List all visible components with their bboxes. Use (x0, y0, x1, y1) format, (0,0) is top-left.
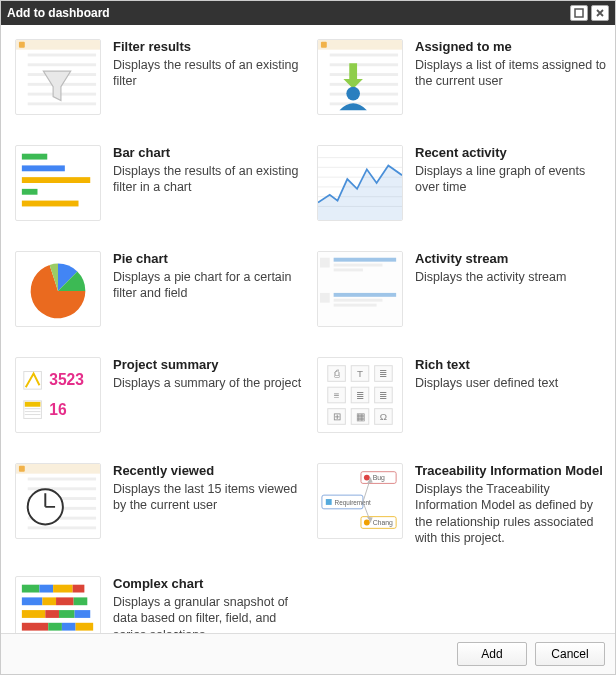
gadget-description: Displays a line graph of events over tim… (415, 163, 609, 196)
gadget-description: Displays the Traceability Information Mo… (415, 481, 609, 546)
gadget-name: Assigned to me (415, 39, 609, 54)
svg-point-17 (346, 87, 360, 101)
assigned-icon (317, 39, 403, 115)
gadget-pie-chart[interactable]: Pie chartDisplays a pie chart for a cert… (15, 251, 307, 327)
svg-point-83 (364, 520, 370, 526)
gadget-name: Rich text (415, 357, 609, 372)
gadget-text: Rich textDisplays user defined text (415, 357, 609, 433)
gadget-text: Recently viewedDisplays the last 15 item… (113, 463, 307, 546)
svg-rect-96 (45, 610, 59, 618)
svg-text:≡: ≡ (334, 390, 340, 401)
add-button[interactable]: Add (457, 642, 527, 666)
svg-rect-11 (330, 54, 398, 57)
svg-rect-95 (22, 610, 45, 618)
svg-rect-89 (53, 585, 73, 593)
svg-rect-3 (28, 54, 96, 57)
gadget-bar-chart[interactable]: Bar chartDisplays the results of an exis… (15, 145, 307, 221)
gadget-project-summary[interactable]: 352316Project summaryDisplays a summary … (15, 357, 307, 433)
gadget-activity-stream[interactable]: Activity streamDisplays the activity str… (317, 251, 609, 327)
modal-title: Add to dashboard (7, 6, 567, 20)
svg-rect-10 (321, 42, 327, 48)
svg-rect-2 (19, 42, 25, 48)
project-summary-icon: 352316 (15, 357, 101, 433)
svg-rect-12 (330, 63, 398, 66)
svg-text:Bug: Bug (373, 474, 385, 482)
svg-rect-4 (28, 63, 96, 66)
svg-rect-31 (320, 258, 330, 268)
svg-rect-9 (318, 40, 402, 50)
svg-rect-35 (320, 293, 330, 303)
gadget-name: Recently viewed (113, 463, 307, 478)
svg-rect-91 (22, 597, 43, 605)
gadget-name: Recent activity (415, 145, 609, 160)
gadget-traceability[interactable]: BugRequirementChangTraceability Informat… (317, 463, 609, 546)
svg-rect-88 (39, 585, 53, 593)
close-icon (595, 8, 605, 18)
svg-point-77 (364, 475, 370, 481)
svg-rect-67 (28, 478, 96, 481)
svg-text:▦: ▦ (356, 411, 365, 422)
svg-rect-101 (62, 623, 76, 631)
svg-rect-14 (330, 83, 398, 86)
line-chart-icon (317, 145, 403, 221)
svg-rect-94 (74, 597, 88, 605)
rich-text-icon: ⎙T≣≡≣≣⊞▦Ω (317, 357, 403, 433)
svg-rect-21 (22, 189, 38, 195)
svg-rect-18 (22, 154, 47, 160)
svg-rect-34 (334, 268, 363, 271)
gadget-description: Displays a summary of the project (113, 375, 307, 391)
svg-rect-36 (334, 293, 397, 297)
svg-rect-99 (22, 623, 48, 631)
svg-rect-100 (48, 623, 62, 631)
maximize-button[interactable] (570, 5, 588, 21)
gadget-name: Project summary (113, 357, 307, 372)
svg-rect-16 (330, 102, 398, 105)
maximize-icon (574, 8, 584, 18)
close-button[interactable] (591, 5, 609, 21)
gadget-name: Traceability Information Model (415, 463, 609, 478)
svg-rect-65 (16, 464, 100, 474)
traceability-icon: BugRequirementChang (317, 463, 403, 539)
gadget-description: Displays the results of an existing filt… (113, 57, 307, 90)
gadget-text: Filter resultsDisplays the results of an… (113, 39, 307, 115)
gadget-description: Displays the last 15 items viewed by the… (113, 481, 307, 514)
svg-rect-93 (56, 597, 74, 605)
gadget-text: Recent activityDisplays a line graph of … (415, 145, 609, 221)
svg-text:16: 16 (49, 401, 67, 418)
gadget-name: Filter results (113, 39, 307, 54)
gadget-assigned[interactable]: Assigned to meDisplays a list of items a… (317, 39, 609, 115)
svg-rect-33 (334, 264, 383, 267)
svg-rect-80 (326, 499, 332, 505)
svg-rect-8 (28, 102, 96, 105)
gadget-clock[interactable]: Recently viewedDisplays the last 15 item… (15, 463, 307, 546)
gadget-text: Pie chartDisplays a pie chart for a cert… (113, 251, 307, 327)
gadget-line-chart[interactable]: Recent activityDisplays a line graph of … (317, 145, 609, 221)
svg-rect-98 (75, 610, 91, 618)
svg-rect-32 (334, 258, 397, 262)
svg-rect-0 (575, 9, 583, 17)
svg-text:Ω: Ω (380, 411, 387, 422)
gadget-list-scroll[interactable]: Filter resultsDisplays the results of an… (1, 25, 615, 633)
modal-footer: Add Cancel (1, 633, 615, 674)
svg-rect-37 (334, 299, 383, 302)
cancel-button[interactable]: Cancel (535, 642, 605, 666)
gadget-text: Bar chartDisplays the results of an exis… (113, 145, 307, 221)
gadget-rich-text[interactable]: ⎙T≣≡≣≣⊞▦ΩRich textDisplays user defined … (317, 357, 609, 433)
gadget-complex-chart[interactable]: Complex chartDisplays a granular snapsho… (15, 576, 307, 633)
svg-text:≣: ≣ (379, 368, 387, 379)
svg-rect-38 (334, 304, 377, 307)
gadget-funnel[interactable]: Filter resultsDisplays the results of an… (15, 39, 307, 115)
svg-text:Chang: Chang (373, 519, 393, 527)
add-to-dashboard-modal: Add to dashboard Filter resultsDisplays … (0, 0, 616, 675)
gadget-name: Complex chart (113, 576, 307, 591)
svg-rect-102 (76, 623, 94, 631)
svg-rect-72 (28, 526, 96, 529)
gadget-text: Complex chartDisplays a granular snapsho… (113, 576, 307, 633)
svg-rect-92 (42, 597, 56, 605)
svg-text:Requirement: Requirement (335, 499, 371, 507)
gadget-description: Displays user defined text (415, 375, 609, 391)
gadget-name: Pie chart (113, 251, 307, 266)
gadget-description: Displays the activity stream (415, 269, 609, 285)
funnel-icon (15, 39, 101, 115)
svg-text:≣: ≣ (379, 390, 387, 401)
